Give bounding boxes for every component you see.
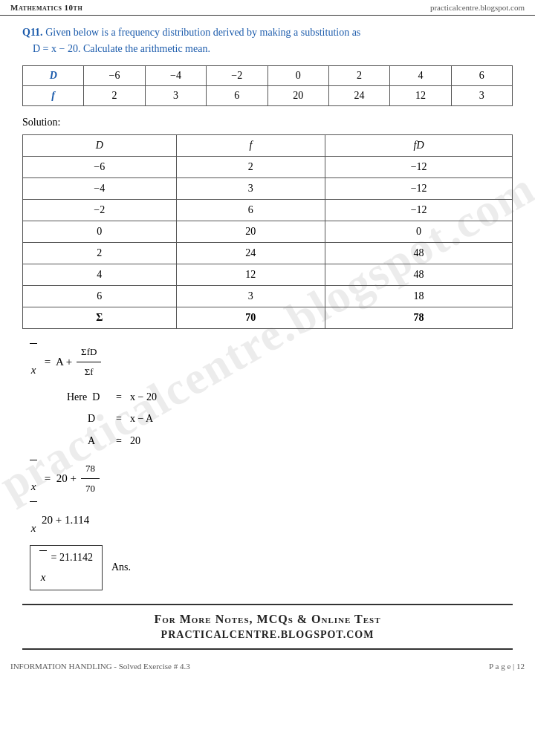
- sol-header-f: f: [176, 134, 325, 156]
- f-val-7: 3: [451, 85, 512, 105]
- sol-f-4: 20: [176, 221, 325, 242]
- here-eq1: =: [108, 386, 130, 408]
- promo-line2: PRACTICALCENTRE.BLOGSPOT.COM: [22, 629, 513, 641]
- here-label: Here D: [67, 386, 108, 408]
- question-text2: D = x − 20. Calculate the arithmetic mea…: [33, 43, 210, 54]
- a-val: 20: [130, 430, 140, 452]
- sol-fd-1: −12: [325, 156, 513, 177]
- sol-d-3: −2: [23, 199, 177, 221]
- sol-d-4: 0: [23, 221, 177, 242]
- d-val-4: 0: [268, 65, 328, 85]
- calc-den: 70: [81, 479, 100, 498]
- sol-fd-4: 0: [325, 221, 513, 242]
- sol-f-2: 3: [176, 177, 325, 199]
- d-label: D: [67, 408, 108, 429]
- sol-f-5: 24: [176, 242, 325, 264]
- calc-line-2: x 20 + 1.114: [30, 501, 513, 539]
- here-row-3: A = 20: [67, 430, 513, 452]
- promo-line1: For More Notes, MCQs & Online Test: [22, 613, 513, 626]
- sol-header-row: D f fD: [23, 134, 513, 156]
- sol-row-4: 0 20 0: [23, 221, 513, 242]
- d-val-1: −6: [84, 65, 145, 85]
- d-val-2: −4: [145, 65, 206, 85]
- f-val-2: 3: [145, 85, 206, 105]
- here-val1: x − 20: [130, 386, 157, 408]
- d-eq: =: [108, 408, 130, 429]
- sol-row-7: 6 3 18: [23, 285, 513, 307]
- a-label: A: [67, 430, 108, 452]
- sol-fd-7: 18: [325, 285, 513, 307]
- header-title: Mathematics 10th: [10, 3, 82, 12]
- footer-section: INFORMATION HANDLING: [10, 662, 112, 671]
- d-val-7: 6: [451, 65, 512, 85]
- final-eq: = 21.1142: [51, 552, 93, 563]
- here-row-1: Here D = x − 20: [67, 386, 513, 408]
- f-val-6: 12: [390, 85, 451, 105]
- question-block: Q11. Given below is a frequency distribu…: [22, 25, 513, 58]
- here-row-2: D = x − A: [67, 408, 513, 429]
- sol-d-1: −6: [23, 156, 177, 177]
- calc-fraction-1: 78 70: [81, 459, 100, 498]
- calc-val-2: 20 + 1.114: [42, 509, 89, 531]
- table-row-f: f 2 3 6 20 24 12 3: [23, 85, 513, 105]
- footer-page: P a g e | 12: [489, 662, 525, 671]
- f-val-5: 24: [328, 85, 389, 105]
- sol-sum-row: Σ 70 78: [23, 307, 513, 328]
- final-answer-line: x = 21.1142 Ans.: [30, 545, 513, 590]
- d-label-cell: D: [23, 65, 84, 85]
- sol-sum-fd: 78: [325, 307, 513, 328]
- question-number: Q11.: [22, 27, 43, 38]
- sol-row-1: −6 2 −12: [23, 156, 513, 177]
- here-section: Here D = x − 20 D = x − A A = 20: [30, 386, 513, 452]
- sol-fd-3: −12: [325, 199, 513, 221]
- data-table: D −6 −4 −2 0 2 4 6 f 2 3 6 20 24 12 3: [22, 65, 513, 106]
- sol-header-fd: fD: [325, 134, 513, 156]
- ans-label: Ans.: [111, 557, 131, 578]
- question-text1: Given below is a frequency distribution …: [45, 27, 360, 38]
- sol-d-6: 4: [23, 264, 177, 285]
- f-val-1: 2: [84, 85, 145, 105]
- footer-promo: For More Notes, MCQs & Online Test PRACT…: [22, 604, 513, 650]
- main-content: practicalcentre.blogspot.com Q11. Given …: [0, 16, 535, 657]
- final-box: x = 21.1142: [30, 545, 103, 590]
- xbar-symbol: x: [30, 343, 37, 381]
- sol-header-d: D: [23, 134, 177, 156]
- solution-label: Solution:: [22, 117, 513, 128]
- f-val-4: 20: [268, 85, 328, 105]
- sol-row-5: 2 24 48: [23, 242, 513, 264]
- sol-d-5: 2: [23, 242, 177, 264]
- sol-f-3: 6: [176, 199, 325, 221]
- f-val-3: 6: [207, 85, 268, 105]
- sol-sum-sigma: Σ: [23, 307, 177, 328]
- table-row-d: D −6 −4 −2 0 2 4 6: [23, 65, 513, 85]
- f-label-cell: f: [23, 85, 84, 105]
- a-eq: =: [108, 430, 130, 452]
- sol-d-2: −4: [23, 177, 177, 199]
- sol-fd-5: 48: [325, 242, 513, 264]
- sol-row-3: −2 6 −12: [23, 199, 513, 221]
- calc-line-1: x = 20 + 78 70: [30, 459, 513, 498]
- page-header: Mathematics 10th practicalcentre.blogspo…: [0, 0, 535, 16]
- formula-section: x = A + ΣfD Σf Here D = x − 20 D =: [22, 342, 513, 590]
- footer-left: INFORMATION HANDLING - Solved Exercise #…: [10, 662, 190, 671]
- formula-eq1: = A +: [42, 351, 72, 373]
- sol-row-6: 4 12 48: [23, 264, 513, 285]
- sol-fd-6: 48: [325, 264, 513, 285]
- header-website: practicalcentre.blogspot.com: [430, 3, 525, 12]
- footer-exercise: - Solved Exercise # 4.3: [112, 662, 190, 671]
- formula-fraction: ΣfD Σf: [77, 342, 101, 382]
- solution-table: D f fD −6 2 −12 −4 3 −12 −2 6 −12 0 20: [22, 134, 513, 329]
- d-val-3: −2: [207, 65, 268, 85]
- d-val-5: 2: [328, 65, 389, 85]
- d-val-6: 4: [390, 65, 451, 85]
- calc-num: 78: [81, 459, 100, 479]
- sol-f-1: 2: [176, 156, 325, 177]
- sol-d-7: 6: [23, 285, 177, 307]
- sol-row-2: −4 3 −12: [23, 177, 513, 199]
- sol-f-6: 12: [176, 264, 325, 285]
- sol-f-7: 3: [176, 285, 325, 307]
- sol-sum-f: 70: [176, 307, 325, 328]
- d-val: x − A: [130, 408, 153, 429]
- sol-fd-2: −12: [325, 177, 513, 199]
- page-footer: INFORMATION HANDLING - Solved Exercise #…: [0, 657, 535, 674]
